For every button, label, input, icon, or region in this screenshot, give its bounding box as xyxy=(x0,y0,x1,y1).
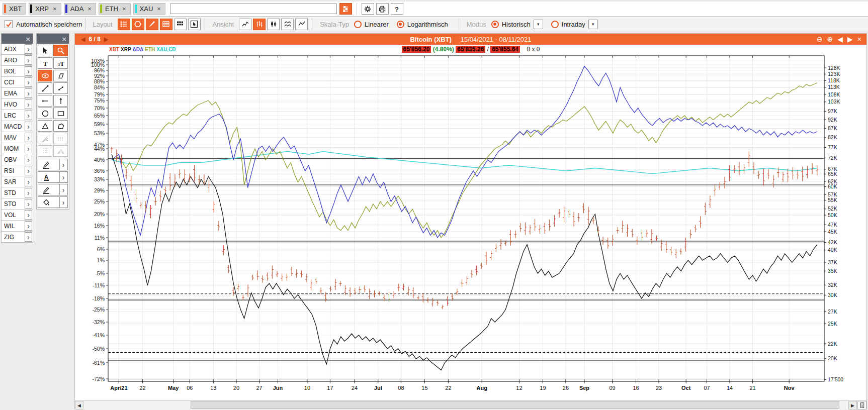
indicator-wil[interactable]: WIL› xyxy=(2,221,33,232)
triangle-tool[interactable] xyxy=(38,120,52,132)
expand-chevron-icon[interactable]: › xyxy=(25,232,32,242)
expand-chevron-icon[interactable]: › xyxy=(25,55,32,65)
print-button[interactable] xyxy=(376,3,389,15)
zoom-out-icon[interactable]: ⊖ xyxy=(817,36,823,43)
price-chart[interactable]: Apr/2122May06132027Jun101724Jul081522Aug… xyxy=(75,55,867,400)
vertical-arrow-tool[interactable] xyxy=(53,95,68,107)
scroll-right-icon[interactable]: ▶ xyxy=(847,36,853,43)
indicator-sto[interactable]: STO› xyxy=(2,198,33,210)
close-icon[interactable]: × xyxy=(62,35,66,43)
chart-settings-button[interactable] xyxy=(339,3,352,15)
autosave-checkbox[interactable] xyxy=(5,20,13,28)
polygon-tool[interactable] xyxy=(53,120,68,132)
indicator-mom[interactable]: MOM› xyxy=(2,143,33,154)
expand-chevron-icon[interactable]: › xyxy=(25,166,32,175)
indicator-hvo[interactable]: HVO› xyxy=(2,99,33,110)
horizontal-line-tool[interactable] xyxy=(38,95,52,107)
layout-cursor-button[interactable] xyxy=(188,19,201,30)
pager-prev-icon[interactable]: ◀ xyxy=(81,36,85,43)
expand-chevron-icon[interactable]: › xyxy=(59,197,67,208)
indicator-aro[interactable]: ARO› xyxy=(2,55,33,66)
expand-chevron-icon[interactable]: › xyxy=(25,144,32,153)
help-button[interactable]: ? xyxy=(391,3,403,15)
expand-chevron-icon[interactable]: › xyxy=(25,66,32,76)
expand-chevron-icon[interactable]: › xyxy=(25,99,32,109)
tab-xrp[interactable]: XRP× xyxy=(29,3,61,15)
vertical-grid-tool[interactable] xyxy=(38,145,52,157)
tab-close-icon[interactable]: × xyxy=(53,6,57,12)
layout-draw-button[interactable] xyxy=(146,19,158,30)
expand-chevron-icon[interactable]: › xyxy=(25,199,32,209)
close-window-icon[interactable]: × xyxy=(857,36,861,43)
eraser-tool[interactable] xyxy=(53,70,68,81)
tab-xbt[interactable]: XBT xyxy=(3,3,26,15)
symbol-input[interactable] xyxy=(170,4,337,14)
fill-color-tool[interactable]: › xyxy=(38,196,68,208)
radio-logarithmic[interactable] xyxy=(397,21,404,28)
zoom-tool[interactable] xyxy=(53,45,68,56)
indicator-zig[interactable]: ZIG› xyxy=(2,232,33,243)
expand-chevron-icon[interactable]: › xyxy=(25,122,32,131)
tab-ada[interactable]: ADA× xyxy=(64,3,96,15)
indicator-bol[interactable]: BOL› xyxy=(2,66,33,77)
expand-chevron-icon[interactable]: › xyxy=(25,155,32,164)
trendline-tool[interactable] xyxy=(38,82,52,94)
expand-chevron-icon[interactable]: › xyxy=(25,188,32,197)
expand-chevron-icon[interactable]: › xyxy=(25,133,32,142)
tab-close-icon[interactable]: × xyxy=(157,6,161,12)
radio-linear[interactable] xyxy=(354,21,362,28)
expand-chevron-icon[interactable]: › xyxy=(59,184,67,195)
font-color-tool[interactable]: A› xyxy=(38,171,68,183)
view-multiline-button[interactable] xyxy=(281,19,294,30)
layout-list-button[interactable] xyxy=(118,19,130,30)
view-candles-button[interactable] xyxy=(267,19,280,30)
tab-close-icon[interactable]: × xyxy=(88,6,92,12)
visibility-tool[interactable] xyxy=(38,70,52,81)
indicator-obv[interactable]: OBV› xyxy=(2,154,33,165)
tab-close-icon[interactable]: × xyxy=(122,6,126,12)
view-mountain-button[interactable] xyxy=(295,19,308,30)
indicator-sar[interactable]: SAR› xyxy=(2,176,33,187)
text-size-tool[interactable]: TT xyxy=(53,57,68,69)
close-icon[interactable]: × xyxy=(26,35,30,43)
layout-grid-button[interactable] xyxy=(174,19,187,30)
expand-chevron-icon[interactable]: › xyxy=(25,221,32,231)
dashed-lines-tool[interactable] xyxy=(53,133,68,144)
indicator-ema[interactable]: EMA› xyxy=(2,88,33,99)
expand-chevron-icon[interactable]: › xyxy=(59,172,67,182)
segment-tool[interactable] xyxy=(53,82,68,94)
layout-table-button[interactable] xyxy=(160,19,172,30)
expand-chevron-icon[interactable]: › xyxy=(25,77,32,87)
fan-lines-tool[interactable] xyxy=(38,133,52,144)
radio-historical-dropdown[interactable]: ▼ xyxy=(534,20,543,29)
indicator-macd[interactable]: MACD› xyxy=(2,121,33,132)
indicator-std[interactable]: STD› xyxy=(2,187,33,198)
indicator-vol[interactable]: VOL› xyxy=(2,210,33,221)
view-line-button[interactable] xyxy=(239,19,251,30)
pointer-tool[interactable] xyxy=(38,45,52,56)
indicator-adx[interactable]: ADX› xyxy=(2,44,33,55)
settings-button[interactable] xyxy=(362,3,374,15)
scroll-left-icon[interactable]: ◀ xyxy=(837,36,843,43)
expand-chevron-icon[interactable]: › xyxy=(59,159,67,170)
layout-shape-button[interactable] xyxy=(132,19,144,30)
scrollbar-right-arrow[interactable]: ▶ xyxy=(848,401,857,409)
tab-eth[interactable]: ETH× xyxy=(99,3,131,15)
expand-chevron-icon[interactable]: › xyxy=(25,88,32,98)
ellipse-tool[interactable] xyxy=(38,108,52,119)
expand-chevron-icon[interactable]: › xyxy=(25,44,32,54)
line-style-tool[interactable]: › xyxy=(38,159,68,170)
arc-tool[interactable] xyxy=(53,145,68,157)
radio-intraday-dropdown[interactable]: ▼ xyxy=(588,20,598,29)
expand-chevron-icon[interactable]: › xyxy=(25,177,32,186)
zoom-in-icon[interactable]: ⊕ xyxy=(827,36,833,43)
page-icon[interactable] xyxy=(857,401,866,409)
scrollbar-thumb[interactable] xyxy=(191,401,839,409)
radio-intraday[interactable] xyxy=(551,21,559,28)
pager-next-icon[interactable]: ▶ xyxy=(104,36,108,43)
expand-chevron-icon[interactable]: › xyxy=(25,111,32,120)
scrollbar-left-arrow[interactable]: ◀ xyxy=(75,401,83,409)
text-tool[interactable]: T xyxy=(38,57,52,69)
pen-color-tool[interactable]: › xyxy=(38,184,68,195)
view-ohlc-button[interactable] xyxy=(253,19,266,30)
